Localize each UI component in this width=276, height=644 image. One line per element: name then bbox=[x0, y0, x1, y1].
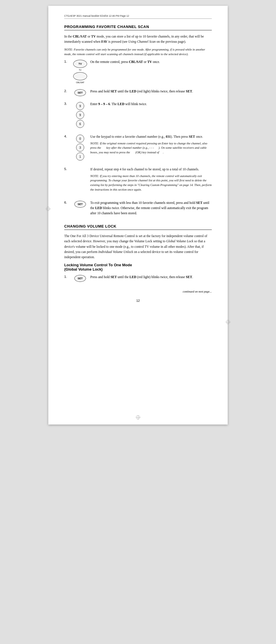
six-button-icon: 6 bbox=[76, 120, 84, 128]
step-3-content: Enter 9 – 9 – 6. The LED will blink twic… bbox=[90, 101, 212, 107]
section1-note: NOTE: Favorite channels can only be prog… bbox=[64, 47, 212, 57]
step-3-number: 3. bbox=[64, 101, 70, 105]
zero-button-icon: 0 bbox=[76, 135, 84, 143]
step-2: 2. SET Press and hold SET until the LED … bbox=[64, 89, 212, 96]
step-4-icon: 0 3 1 bbox=[70, 134, 90, 161]
steps-list: 1. TV TV CBL/SAT On the remote control, … bbox=[64, 59, 212, 216]
set-button-icon-s2: SET bbox=[74, 275, 86, 282]
set-button-icon-6: SET bbox=[74, 201, 86, 208]
step-5-note: NOTE: If you try entering more than 10 c… bbox=[90, 174, 212, 192]
nine-button-icon-2: 9 bbox=[76, 111, 84, 119]
tv-button-icon: TV bbox=[73, 60, 87, 68]
section2-step-1-icon: SET bbox=[70, 274, 90, 282]
cblsat-button-icon bbox=[73, 72, 87, 80]
step-5-number: 5. bbox=[64, 167, 70, 171]
section1-intro: In the CBL/SAT or TV mode, you can store… bbox=[64, 34, 212, 44]
section2-step-1-number: 1. bbox=[64, 274, 70, 278]
header-text: CTGAE3P 3021 manual booklet 5/24/04 12:4… bbox=[64, 14, 129, 17]
manual-page: CTGAE3P 3021 manual booklet 5/24/04 12:4… bbox=[48, 6, 228, 425]
step-6-content: To exit programming with less than 10 fa… bbox=[90, 200, 212, 216]
step-4-note: NOTE: If the original remote control req… bbox=[90, 141, 212, 155]
step-3: 3. 9 9 6 Enter 9 – 9 – 6. The LED will b… bbox=[64, 101, 212, 129]
step-6-number: 6. bbox=[64, 200, 70, 204]
page-number: 12 bbox=[64, 299, 212, 302]
step-5-content: If desired, repeat step 4 for each chann… bbox=[90, 167, 212, 195]
step-1: 1. TV TV CBL/SAT On the remote control, … bbox=[64, 59, 212, 83]
section2-intro: The One For All 3 Device Universal Remot… bbox=[64, 233, 212, 260]
page-header: CTGAE3P 3021 manual booklet 5/24/04 12:4… bbox=[64, 14, 212, 19]
section-volume-lock: CHANGING VOLUME LOCK The One For All 3 D… bbox=[64, 224, 212, 282]
step-4-number: 4. bbox=[64, 134, 70, 138]
step-6-icon: SET bbox=[70, 200, 90, 208]
section2-steps-list: 1. SET Press and hold SET until the LED … bbox=[64, 274, 212, 282]
step-5: 5. If desired, repeat step 4 for each ch… bbox=[64, 167, 212, 195]
step-1-number: 1. bbox=[64, 59, 70, 63]
step-3-icon: 9 9 6 bbox=[70, 101, 90, 129]
step-1-content: On the remote control, press CBL/SAT or … bbox=[90, 59, 212, 64]
nine-button-icon-1: 9 bbox=[76, 102, 84, 110]
section2-step-1-content: Press and hold SET until the LED (red li… bbox=[90, 274, 212, 280]
one-button-icon: 1 bbox=[76, 152, 84, 161]
step-4-content: Use the keypad to enter a favorite chann… bbox=[90, 134, 212, 158]
section2-title: CHANGING VOLUME LOCK bbox=[64, 224, 212, 230]
section-programming: PROGRAMMING FAVORITE CHANNEL SCAN In the… bbox=[64, 25, 212, 216]
section1-title: PROGRAMMING FAVORITE CHANNEL SCAN bbox=[64, 25, 212, 30]
section2-step-1: 1. SET Press and hold SET until the LED … bbox=[64, 274, 212, 282]
step-2-icon: SET bbox=[70, 89, 90, 96]
step-4: 4. 0 3 1 Use the keypad to enter a favor… bbox=[64, 134, 212, 161]
step-5-icon bbox=[70, 167, 90, 167]
step-2-number: 2. bbox=[64, 89, 70, 93]
subheading-global-lock: Locking Volume Control To One Mode(Globa… bbox=[64, 263, 212, 271]
tv-label: TV bbox=[79, 69, 82, 71]
step-2-content: Press and hold SET until the LED (red li… bbox=[90, 89, 212, 94]
set-button-icon-2: SET bbox=[74, 89, 86, 96]
step-6: 6. SET To exit programming with less tha… bbox=[64, 200, 212, 216]
three-button-icon: 3 bbox=[76, 144, 84, 152]
step-1-icon: TV TV CBL/SAT bbox=[70, 59, 90, 83]
continued-text: continued on next page... bbox=[64, 290, 212, 293]
cblsat-label: CBL/SAT bbox=[76, 81, 84, 83]
